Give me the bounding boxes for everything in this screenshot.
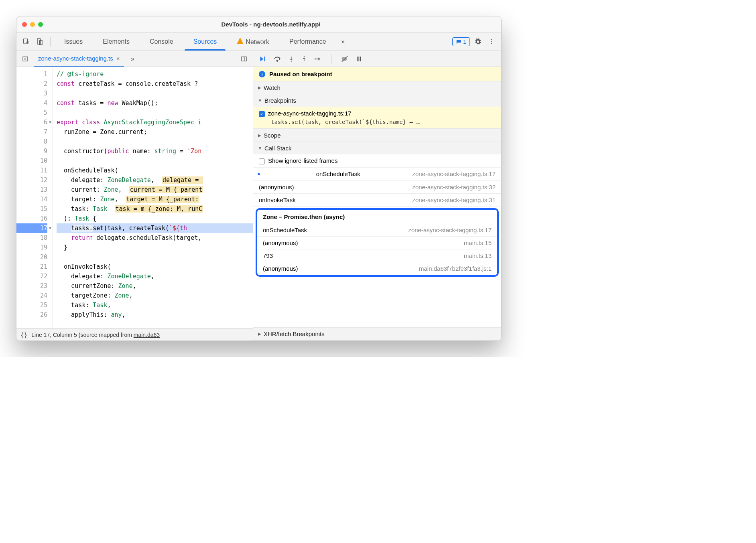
callstack-frame[interactable]: (anonymous)main.ts:15 (257, 237, 497, 249)
step-over-icon[interactable] (273, 55, 281, 63)
svg-rect-9 (358, 57, 359, 61)
breakpoint-preview: tasks.set(task, createTask(`${this.name}… (259, 119, 496, 125)
debugger-toolbar (253, 51, 501, 67)
tab-sources[interactable]: Sources (185, 33, 226, 50)
gear-icon[interactable] (472, 36, 484, 47)
tab-network[interactable]: Network (228, 33, 278, 51)
maximize-icon[interactable] (38, 22, 43, 27)
braces-icon[interactable]: { } (21, 332, 26, 338)
code-editor[interactable]: 12345▼6789101112131415▼16171819202122232… (16, 67, 253, 328)
breakpoint-checkbox[interactable]: ✓ (259, 111, 265, 117)
file-tab-label: zone-async-stack-tagging.ts (38, 55, 113, 62)
more-files-icon[interactable]: » (127, 53, 138, 65)
file-tab-active[interactable]: zone-async-stack-tagging.ts × (34, 51, 124, 67)
async-stack-header: Zone – Promise.then (async) (257, 210, 497, 224)
step-into-icon[interactable] (289, 55, 294, 63)
callstack-frame[interactable]: (anonymous)main.da63f7b2fe3f1fa3.js:1 (257, 262, 497, 275)
cursor-pos: Line 17, Column 5 (31, 332, 77, 338)
main-toolbar: Issues Elements Console Sources Network … (16, 32, 501, 51)
close-tab-icon[interactable]: × (116, 55, 120, 62)
scope-section[interactable]: ▶Scope (253, 129, 501, 142)
sourcemap-link[interactable]: main.da63 (134, 332, 160, 338)
callstack-frame[interactable]: onScheduleTaskzone-async-stack-tagging.t… (253, 168, 501, 181)
device-icon[interactable] (34, 36, 45, 47)
tab-console[interactable]: Console (141, 33, 182, 50)
minimize-icon[interactable] (30, 22, 35, 27)
tab-elements[interactable]: Elements (94, 33, 138, 50)
step-out-icon[interactable] (301, 55, 307, 63)
step-icon[interactable] (314, 55, 321, 63)
kebab-icon[interactable]: ⋮ (486, 36, 497, 47)
pause-exceptions-icon[interactable] (356, 55, 363, 63)
resume-icon[interactable] (259, 55, 266, 63)
svg-point-6 (277, 60, 278, 61)
svg-rect-4 (242, 57, 246, 61)
callstack-section[interactable]: ▼Call Stack (253, 142, 501, 154)
callstack-frame[interactable]: onScheduleTaskzone-async-stack-tagging.t… (257, 224, 497, 237)
warning-icon (237, 38, 243, 44)
gutter[interactable]: 12345▼6789101112131415▼16171819202122232… (16, 67, 53, 328)
statusbar: { } Line 17, Column 5 (source mapped fro… (16, 328, 253, 340)
show-ignore-toggle[interactable]: Show ignore-listed frames (253, 154, 501, 168)
code-area[interactable]: // @ts-ignoreconst createTask = console.… (53, 67, 253, 328)
sidebar-toggle-icon[interactable] (238, 53, 250, 65)
inspect-icon[interactable] (20, 36, 32, 47)
async-stack-highlight: Zone – Promise.then (async) onScheduleTa… (256, 208, 499, 277)
issues-badge[interactable]: 1 (452, 37, 470, 46)
callstack-frame[interactable]: 793main.ts:13 (257, 249, 497, 262)
tab-issues[interactable]: Issues (55, 33, 91, 50)
devtools-window: DevTools - ng-devtools.netlify.app/ Issu… (16, 16, 502, 341)
svg-point-7 (315, 58, 316, 59)
info-icon: i (259, 71, 265, 77)
deactivate-breakpoints-icon[interactable] (341, 55, 348, 63)
more-tabs-icon[interactable]: » (337, 36, 349, 47)
source-panel: zone-async-stack-tagging.ts × » 12345▼67… (16, 51, 253, 340)
breakpoints-section[interactable]: ▼Breakpoints (253, 94, 501, 107)
close-icon[interactable] (22, 22, 27, 27)
breakpoint-item[interactable]: ✓zone-async-stack-tagging.ts:17 tasks.se… (253, 107, 501, 129)
callstack-frame[interactable]: (anonymous)zone-async-stack-tagging.ts:3… (253, 181, 501, 194)
navigator-toggle-icon[interactable] (20, 53, 31, 65)
callstack-frame[interactable]: onInvokeTaskzone-async-stack-tagging.ts:… (253, 194, 501, 207)
file-tabs: zone-async-stack-tagging.ts × » (16, 51, 253, 67)
paused-banner: i Paused on breakpoint (253, 67, 501, 81)
watch-section[interactable]: ▶Watch (253, 81, 501, 94)
debugger-panel: i Paused on breakpoint ▶Watch ▼Breakpoin… (253, 51, 501, 340)
svg-rect-10 (360, 57, 361, 61)
xhr-breakpoints-section[interactable]: ▶XHR/fetch Breakpoints (253, 328, 501, 340)
window-title: DevTools - ng-devtools.netlify.app/ (46, 21, 496, 28)
svg-rect-1 (37, 38, 41, 44)
tab-performance[interactable]: Performance (280, 33, 335, 50)
titlebar: DevTools - ng-devtools.netlify.app/ (16, 16, 501, 32)
